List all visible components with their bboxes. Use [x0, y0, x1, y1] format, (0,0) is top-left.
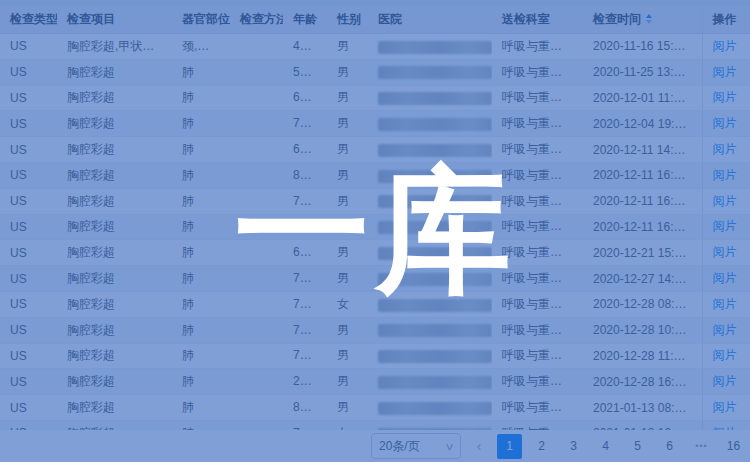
cell-hospital: [368, 343, 492, 369]
cell-action: 阅片: [702, 240, 750, 266]
table-header: 检查类型 检查项目 器官部位 检查方法 年龄 性别 医院 送检科室 检查时间 操…: [0, 6, 750, 34]
redacted-hospital-value: [378, 376, 492, 389]
cell-organ: 肺: [172, 85, 230, 111]
cell-hospital: [368, 266, 492, 292]
table-row: US 胸腔彩超 肺 74岁 男 呼吸与重症医... 2020-12-28 11:…: [0, 343, 750, 369]
redacted-hospital-value: [378, 299, 492, 312]
prev-page-button[interactable]: ‹: [468, 434, 490, 458]
cell-check-method: [230, 59, 283, 85]
cell-organ: 肺: [172, 291, 230, 317]
view-image-link[interactable]: 阅片: [713, 90, 737, 104]
cell-check-type: US: [0, 343, 57, 369]
cell-check-time: 2020-12-04 19:03:24: [583, 111, 702, 137]
cell-check-type: US: [0, 240, 57, 266]
col-gender: 性别: [327, 6, 368, 34]
table-card: 检查类型 检查项目 器官部位 检查方法 年龄 性别 医院 送检科室 检查时间 操…: [0, 6, 750, 462]
col-check-time[interactable]: 检查时间: [583, 6, 702, 34]
redacted-hospital-value: [378, 273, 492, 286]
cell-age: 46岁: [283, 34, 327, 60]
cell-check-method: [230, 395, 283, 421]
table-body: US 胸腔彩超,甲状腺彩超 颈,甲状... 46岁 男 呼吸与重症医... 20…: [0, 34, 750, 447]
cell-check-time: 2020-12-11 16:50:25: [583, 214, 702, 240]
view-image-link[interactable]: 阅片: [713, 297, 737, 311]
cell-check-method: [230, 240, 283, 266]
cell-hospital: [368, 214, 492, 240]
cell-check-time: 2020-12-28 10:24:30: [583, 317, 702, 343]
cell-organ: 肺: [172, 162, 230, 188]
cell-age: 60岁: [283, 240, 327, 266]
cell-organ: 肺: [172, 317, 230, 343]
view-image-link[interactable]: 阅片: [713, 400, 737, 414]
cell-department: 呼吸与重症医...: [492, 317, 583, 343]
cell-check-time: 2020-12-21 15:10:33: [583, 240, 702, 266]
cell-check-time: 2020-12-28 16:45:18: [583, 369, 702, 395]
page-size-select[interactable]: 20条/页 ∨: [371, 433, 461, 459]
view-image-link[interactable]: 阅片: [713, 348, 737, 362]
page-ellipsis[interactable]: •••: [689, 434, 714, 459]
page-button-5[interactable]: 5: [625, 434, 650, 459]
cell-department: 呼吸与重症医...: [492, 162, 583, 188]
cell-gender: 男: [327, 240, 368, 266]
cell-action: 阅片: [702, 111, 750, 137]
page-button-16[interactable]: 16: [721, 434, 746, 459]
sort-carets: [646, 14, 652, 24]
page-button-2[interactable]: 2: [529, 434, 554, 459]
view-image-link[interactable]: 阅片: [713, 219, 737, 233]
view-image-link[interactable]: 阅片: [713, 65, 737, 79]
redacted-hospital-value: [378, 350, 492, 363]
cell-check-type: US: [0, 137, 57, 163]
view-image-link[interactable]: 阅片: [713, 39, 737, 53]
cell-department: 呼吸与重症医...: [492, 240, 583, 266]
cell-check-type: US: [0, 85, 57, 111]
redacted-hospital-value: [378, 195, 492, 208]
col-check-type: 检查类型: [0, 6, 57, 34]
cell-gender: 女: [327, 291, 368, 317]
cell-gender: 女: [327, 214, 368, 240]
cell-action: 阅片: [702, 162, 750, 188]
view-image-link[interactable]: 阅片: [713, 374, 737, 388]
view-image-link[interactable]: 阅片: [713, 323, 737, 337]
page-button-1[interactable]: 1: [497, 434, 522, 459]
cell-hospital: [368, 395, 492, 421]
cell-gender: 男: [327, 317, 368, 343]
page-button-3[interactable]: 3: [561, 434, 586, 459]
page-button-4[interactable]: 4: [593, 434, 618, 459]
view-image-link[interactable]: 阅片: [713, 271, 737, 285]
cell-check-method: [230, 343, 283, 369]
cell-gender: 男: [327, 188, 368, 214]
cell-check-method: [230, 317, 283, 343]
cell-gender: 男: [327, 111, 368, 137]
cell-check-time: 2020-12-28 08:15:51: [583, 291, 702, 317]
view-image-link[interactable]: 阅片: [713, 116, 737, 130]
page-button-6[interactable]: 6: [657, 434, 682, 459]
cell-gender: 男: [327, 162, 368, 188]
view-image-link[interactable]: 阅片: [713, 168, 737, 182]
cell-department: 呼吸与重症医...: [492, 369, 583, 395]
cell-organ: 肺: [172, 369, 230, 395]
cell-check-method: [230, 188, 283, 214]
cell-age: 89岁: [283, 395, 327, 421]
table-row: US 胸腔彩超 肺 29岁 男 呼吸与重症医... 2020-12-28 16:…: [0, 369, 750, 395]
view-image-link[interactable]: 阅片: [713, 142, 737, 156]
cell-organ: 肺: [172, 214, 230, 240]
cell-hospital: [368, 137, 492, 163]
view-image-link[interactable]: 阅片: [713, 245, 737, 259]
cell-department: 呼吸与重症医...: [492, 395, 583, 421]
cell-check-type: US: [0, 369, 57, 395]
cell-check-item: 胸腔彩超: [57, 291, 172, 317]
cell-age: 75岁: [283, 291, 327, 317]
cell-check-type: US: [0, 291, 57, 317]
cell-check-type: US: [0, 111, 57, 137]
cell-gender: 男: [327, 137, 368, 163]
view-image-link[interactable]: 阅片: [713, 194, 737, 208]
redacted-hospital-value: [378, 92, 492, 105]
cell-check-item: 胸腔彩超: [57, 137, 172, 163]
cell-age: 76岁: [283, 266, 327, 292]
cell-action: 阅片: [702, 34, 750, 60]
cell-hospital: [368, 59, 492, 85]
cell-check-type: US: [0, 266, 57, 292]
cell-check-method: [230, 85, 283, 111]
cell-check-method: [230, 266, 283, 292]
cell-department: 呼吸与重症医...: [492, 188, 583, 214]
cell-check-item: 胸腔彩超: [57, 266, 172, 292]
